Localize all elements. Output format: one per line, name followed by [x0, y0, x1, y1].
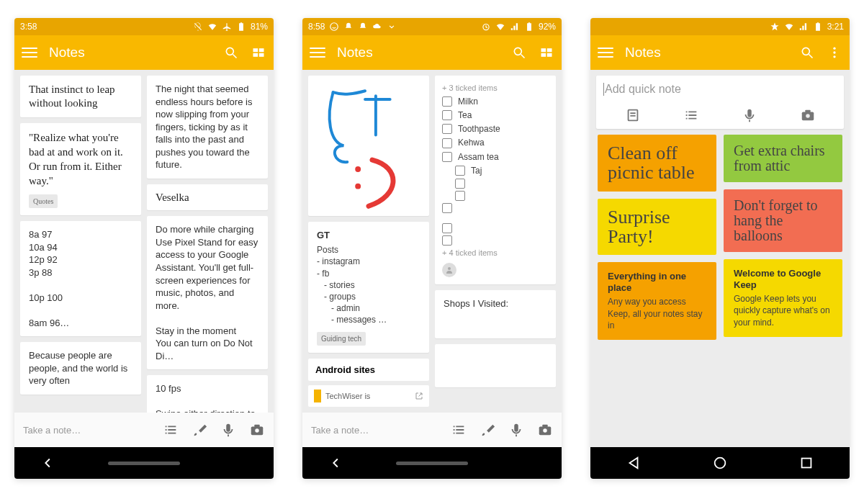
menu-icon[interactable] — [22, 45, 37, 60]
svg-rect-5 — [253, 53, 258, 57]
checklist-item[interactable]: Taj — [442, 165, 549, 176]
back-icon[interactable] — [40, 455, 56, 471]
signal-icon — [798, 22, 809, 32]
svg-point-13 — [514, 48, 521, 55]
app-title: Notes — [625, 45, 661, 60]
camera-icon[interactable] — [796, 106, 819, 125]
compose-input[interactable]: Take a note… — [23, 425, 150, 436]
battery-icon — [236, 22, 246, 32]
brush-icon[interactable] — [192, 422, 207, 438]
svg-point-20 — [355, 184, 361, 189]
search-icon[interactable] — [511, 45, 527, 60]
grid-view-icon[interactable] — [539, 45, 554, 60]
note-card[interactable]: Shops I Visited: — [435, 290, 556, 339]
notes-grid[interactable]: GT Posts - instagram - fb - stories - gr… — [302, 70, 562, 413]
cloud-icon — [372, 22, 382, 32]
note-card[interactable]: 8a 97 10a 94 12p 92 3p 88 10p 100 8am 96… — [20, 221, 141, 336]
checklist-item[interactable]: Kehwa — [442, 137, 549, 148]
note-label[interactable]: Quotes — [29, 194, 58, 209]
svg-rect-34 — [747, 109, 752, 117]
note-card[interactable]: Veselka — [147, 184, 268, 211]
brush-icon[interactable] — [480, 422, 495, 438]
open-external-icon[interactable] — [415, 392, 423, 400]
status-battery-pct: 92% — [539, 22, 556, 32]
app-bar: Notes — [14, 35, 274, 70]
back-icon[interactable] — [626, 455, 642, 471]
mic-icon[interactable] — [220, 422, 236, 438]
wifi-icon — [207, 22, 217, 32]
home-icon[interactable] — [712, 455, 728, 471]
grid-view-icon[interactable] — [251, 45, 266, 60]
note-card[interactable]: Clean off picnic table — [598, 135, 716, 192]
alarm-icon — [481, 22, 491, 32]
status-time: 3:21 — [827, 22, 844, 32]
note-card[interactable]: Get extra chairs from attic — [724, 135, 842, 182]
notes-area[interactable]: Add quick note Clean off picnic table Su… — [590, 70, 850, 447]
gesture-pill-icon[interactable] — [396, 462, 468, 465]
svg-rect-10 — [254, 425, 259, 428]
list-toggle-icon[interactable] — [451, 422, 467, 438]
camera-icon[interactable] — [249, 422, 265, 438]
camera-icon[interactable] — [537, 422, 553, 438]
svg-point-36 — [806, 114, 810, 118]
note-card[interactable]: Because people are people, and the world… — [20, 342, 141, 395]
list-toggle-icon[interactable] — [163, 422, 179, 438]
note-icon[interactable] — [621, 106, 644, 125]
link-thumb — [314, 390, 321, 402]
search-icon[interactable] — [223, 45, 239, 60]
note-card[interactable]: Don't forget to hang the balloons — [724, 189, 842, 252]
svg-point-29 — [833, 51, 835, 53]
android-nav-bar — [14, 447, 274, 479]
battery-icon — [813, 22, 823, 32]
notes-grid[interactable]: That instinct to leap without looking "R… — [14, 70, 274, 413]
svg-rect-39 — [802, 459, 811, 468]
svg-point-1 — [226, 48, 233, 55]
note-card[interactable]: Everything in one place Any way you acce… — [598, 262, 716, 340]
note-card[interactable]: Surprise Party! — [598, 199, 716, 256]
svg-rect-18 — [547, 53, 552, 57]
checklist-item[interactable]: Toothpaste — [442, 123, 549, 135]
note-card[interactable]: That instinct to leap without looking — [20, 76, 141, 117]
note-card[interactable] — [435, 344, 556, 387]
collaborator-avatar[interactable] — [442, 263, 456, 277]
menu-icon[interactable] — [598, 45, 613, 60]
bell-icon — [358, 22, 368, 32]
note-card[interactable]: "Realize what you're bad at and work on … — [20, 123, 141, 216]
checklist-item[interactable]: Tea — [442, 109, 549, 121]
svg-point-11 — [330, 23, 338, 31]
android-nav-bar — [590, 447, 850, 479]
note-card[interactable]: 10 fps Swipe either direction to clear C… — [147, 375, 268, 413]
note-card[interactable]: The night that seemed endless hours befo… — [147, 76, 268, 179]
svg-point-24 — [543, 428, 547, 433]
note-card[interactable]: GT Posts - instagram - fb - stories - gr… — [308, 222, 429, 353]
mic-icon[interactable] — [738, 106, 761, 125]
checklist-item[interactable]: Assam tea — [442, 151, 549, 163]
list-toggle-icon[interactable] — [680, 106, 703, 125]
app-title: Notes — [337, 45, 373, 60]
recents-icon[interactable] — [798, 455, 814, 471]
checklist-item[interactable]: Milkn — [442, 96, 549, 107]
checklist-item[interactable] — [442, 191, 549, 201]
mic-icon[interactable] — [508, 422, 524, 438]
note-card[interactable]: Welcome to Google Keep Google Keep lets … — [724, 259, 842, 337]
overflow-icon[interactable] — [827, 45, 842, 60]
search-icon[interactable] — [799, 45, 815, 60]
drawing-note-card[interactable] — [308, 76, 429, 216]
note-card[interactable]: Do more while charging Use Pixel Stand f… — [147, 216, 268, 369]
quick-note-input[interactable]: Add quick note — [603, 83, 837, 96]
embedded-link[interactable]: TechWiser is — [308, 385, 429, 407]
note-title: GT — [317, 229, 420, 242]
wifi-icon — [495, 22, 505, 32]
phone-screenshot-1: 3:58 81% Notes That instinct to leap wit… — [14, 18, 274, 479]
note-label[interactable]: Guiding tech — [317, 332, 366, 346]
airplane-icon — [222, 22, 232, 32]
checklist-item[interactable] — [442, 179, 549, 189]
checklist-note-card[interactable]: + 3 ticked items MilknTeaToothpasteKehwa… — [435, 76, 556, 284]
back-icon[interactable] — [328, 455, 344, 471]
compose-input[interactable]: Take a note… — [311, 425, 438, 436]
compose-bar: Take a note… — [302, 413, 562, 447]
menu-icon[interactable] — [310, 45, 325, 60]
note-card[interactable]: Android sites TechWiser is — [308, 359, 429, 407]
gesture-pill-icon[interactable] — [108, 462, 180, 465]
status-bar: 3:21 — [590, 18, 850, 35]
